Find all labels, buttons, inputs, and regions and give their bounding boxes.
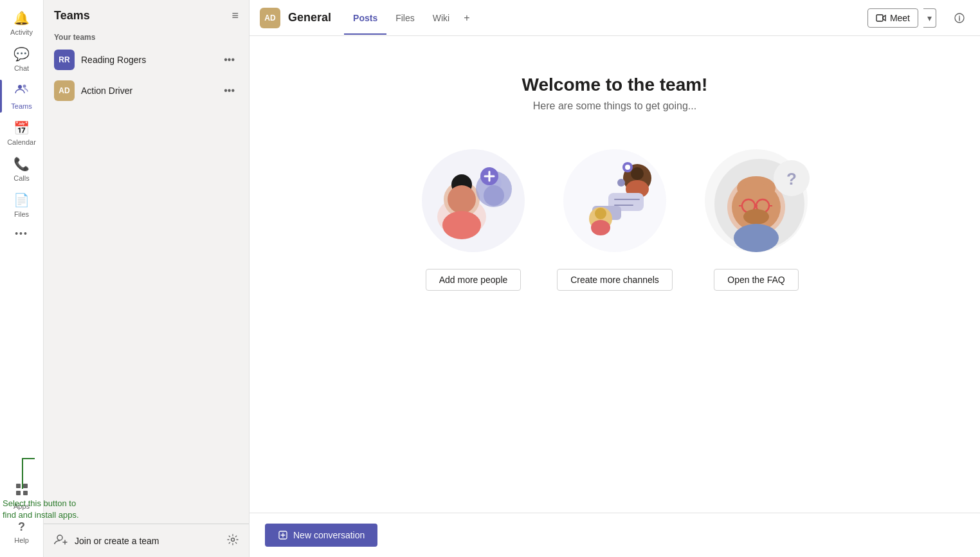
svg-point-14 — [457, 175, 467, 185]
svg-point-0 — [18, 85, 22, 89]
nav-label-calls: Calls — [14, 174, 29, 182]
nav-label-apps: Apps — [14, 502, 30, 510]
teams-panel-title: Teams — [54, 9, 90, 23]
apps-icon — [15, 482, 29, 500]
svg-text:?: ? — [786, 169, 797, 188]
info-icon — [954, 13, 965, 23]
svg-rect-5 — [23, 491, 28, 495]
main-content: AD General Posts Files Wiki + Meet ▾ — [250, 0, 980, 557]
svg-point-1 — [23, 85, 26, 88]
svg-point-6 — [57, 535, 62, 540]
svg-point-7 — [231, 538, 235, 541]
more-icon: ••• — [15, 228, 28, 239]
teams-panel: Teams ≡ Your teams RR Reading Rogers •••… — [44, 0, 250, 557]
nav-label-chat: Chat — [14, 64, 29, 72]
compose-icon — [278, 530, 288, 540]
welcome-actions: Add more people — [415, 143, 814, 291]
add-people-button[interactable]: Add more people — [426, 269, 522, 291]
meet-button[interactable]: Meet — [867, 8, 918, 28]
svg-point-23 — [631, 167, 644, 180]
open-faq-illustration: ? — [698, 143, 814, 259]
nav-item-chat[interactable]: 💬 Chat — [0, 41, 43, 77]
nav-label-help: Help — [14, 536, 29, 544]
create-channels-card: Create more channels — [557, 143, 673, 291]
join-create-team[interactable]: Join or create a team — [44, 524, 249, 557]
svg-point-26 — [625, 165, 630, 170]
nav-item-files[interactable]: 📄 Files — [0, 187, 43, 223]
channel-name: General — [288, 11, 331, 24]
team-more-rr[interactable]: ••• — [220, 53, 239, 67]
nav-label-calendar: Calendar — [7, 138, 36, 146]
teams-icon — [15, 82, 29, 100]
chevron-down-icon[interactable]: ▾ — [923, 8, 936, 28]
left-nav: 🔔 Activity 💬 Chat Teams 📅 Calendar 📞 Cal… — [0, 0, 44, 557]
teams-section-label: Your teams — [44, 28, 249, 44]
nav-label-teams: Teams — [11, 102, 32, 110]
add-tab-button[interactable]: + — [458, 6, 475, 30]
teams-panel-header: Teams ≡ — [44, 0, 249, 28]
welcome-subtitle: Here are some things to get going... — [533, 100, 696, 112]
svg-point-41 — [734, 224, 779, 252]
team-more-ad[interactable]: ••• — [220, 84, 239, 98]
svg-rect-8 — [876, 15, 883, 21]
tab-wiki[interactable]: Wiki — [424, 3, 458, 35]
svg-point-16 — [442, 211, 481, 239]
create-channels-button[interactable]: Create more channels — [557, 269, 673, 291]
tab-posts[interactable]: Posts — [344, 3, 386, 35]
welcome-area: Welcome to the team! Here are some thing… — [250, 36, 980, 513]
svg-point-40 — [743, 209, 769, 224]
nav-item-activity[interactable]: 🔔 Activity — [0, 5, 43, 41]
team-avatar-ad: AD — [54, 80, 75, 101]
nav-item-help[interactable]: ? Help — [0, 515, 43, 549]
svg-point-15 — [448, 185, 476, 214]
svg-rect-3 — [23, 484, 28, 488]
team-item-rr[interactable]: RR Reading Rogers ••• — [44, 44, 249, 75]
calendar-icon: 📅 — [14, 120, 30, 136]
create-channels-illustration — [557, 143, 673, 259]
team-item-ad[interactable]: AD Action Driver ••• — [44, 75, 249, 106]
activity-icon: 🔔 — [14, 10, 30, 26]
nav-item-teams[interactable]: Teams — [0, 77, 43, 115]
tab-files[interactable]: Files — [386, 3, 424, 35]
nav-item-more[interactable]: ••• — [0, 223, 43, 244]
svg-rect-4 — [16, 491, 21, 495]
chat-icon: 💬 — [14, 46, 30, 62]
team-avatar-rr: RR — [54, 50, 75, 70]
svg-point-31 — [591, 220, 610, 235]
nav-item-calendar[interactable]: 📅 Calendar — [0, 115, 43, 151]
welcome-title: Welcome to the team! — [522, 75, 708, 95]
settings-icon[interactable] — [227, 534, 239, 548]
svg-point-19 — [484, 185, 504, 206]
nav-label-files: Files — [14, 210, 29, 218]
open-faq-button[interactable]: Open the FAQ — [714, 269, 799, 291]
calls-icon: 📞 — [14, 156, 30, 172]
info-button[interactable] — [949, 8, 970, 28]
main-header: AD General Posts Files Wiki + Meet ▾ — [250, 0, 980, 36]
nav-item-calls[interactable]: 📞 Calls — [0, 151, 43, 187]
svg-point-30 — [595, 208, 606, 219]
team-name-rr: Reading Rogers — [81, 55, 213, 65]
new-conversation-bar: New conversation — [250, 513, 980, 557]
channel-avatar: AD — [260, 8, 280, 28]
svg-point-32 — [617, 179, 625, 187]
new-conversation-button[interactable]: New conversation — [265, 524, 377, 547]
nav-label-activity: Activity — [10, 28, 33, 36]
join-label: Join or create a team — [75, 536, 221, 546]
header-tabs: Posts Files Wiki + — [344, 2, 475, 34]
join-icon — [54, 532, 68, 549]
add-people-illustration — [415, 143, 531, 259]
filter-icon[interactable]: ≡ — [231, 9, 239, 23]
open-faq-card: ? Open the FAQ — [698, 143, 814, 291]
nav-item-apps[interactable]: Apps — [0, 477, 43, 515]
help-icon: ? — [18, 520, 25, 534]
files-icon: 📄 — [14, 192, 30, 208]
add-people-card: Add more people — [415, 143, 531, 291]
team-name-ad: Action Driver — [81, 86, 213, 96]
video-icon — [876, 13, 886, 23]
svg-rect-2 — [16, 484, 21, 488]
